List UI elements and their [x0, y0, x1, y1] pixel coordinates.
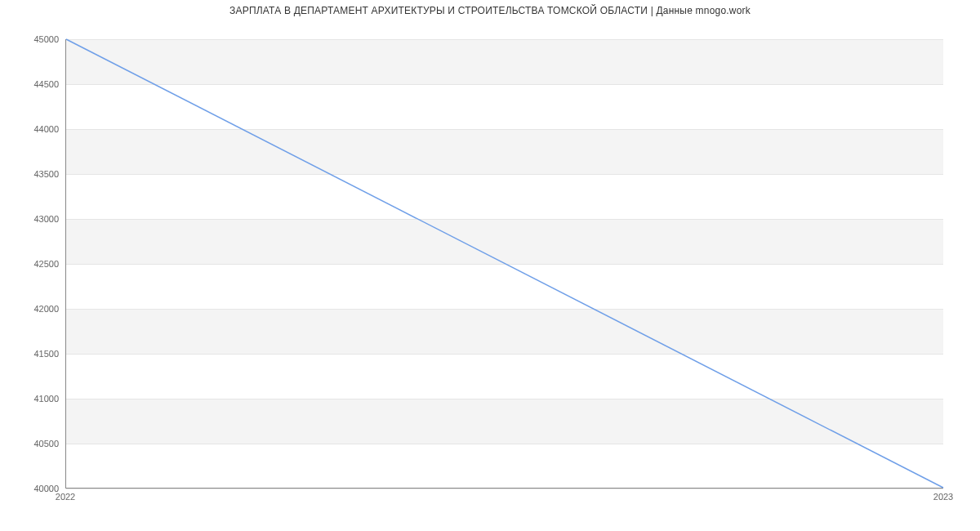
y-tick-label: 43000 — [10, 214, 59, 224]
x-tick-label: 2023 — [933, 492, 953, 502]
y-tick-label: 42500 — [10, 259, 59, 269]
line-series — [66, 39, 943, 488]
plot-area — [65, 39, 943, 489]
y-tick-label: 41000 — [10, 394, 59, 404]
y-tick-label: 40000 — [10, 484, 59, 493]
chart: ЗАРПЛАТА В ДЕПАРТАМЕНТ АРХИТЕКТУРЫ И СТР… — [0, 0, 980, 531]
y-tick-label: 44500 — [10, 79, 59, 89]
y-tick-label: 43500 — [10, 169, 59, 179]
gridline — [66, 489, 943, 489]
y-tick-label: 42000 — [10, 304, 59, 314]
y-tick-label: 45000 — [10, 34, 59, 44]
y-tick-label: 44000 — [10, 124, 59, 134]
x-tick-label: 2022 — [56, 492, 75, 502]
y-tick-label: 40500 — [10, 439, 59, 448]
chart-title: ЗАРПЛАТА В ДЕПАРТАМЕНТ АРХИТЕКТУРЫ И СТР… — [0, 5, 980, 16]
y-tick-label: 41500 — [10, 349, 59, 359]
